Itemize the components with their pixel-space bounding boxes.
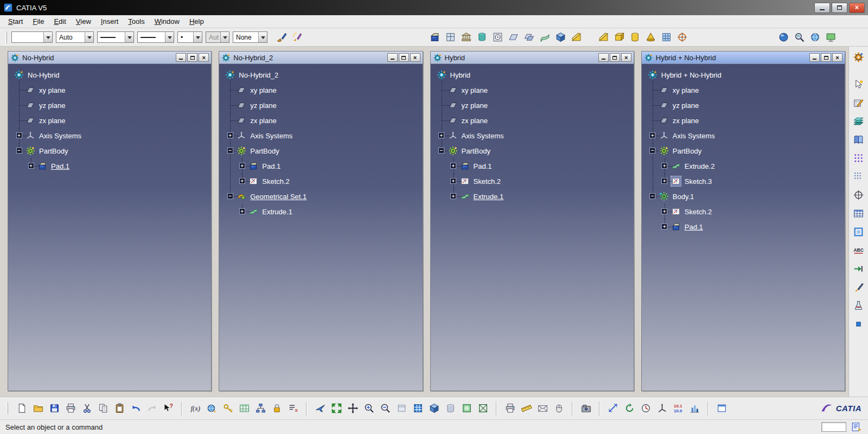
expand-toggle[interactable]: + — [239, 208, 245, 214]
tree-node-label[interactable]: zx plane — [250, 117, 276, 125]
tree-node-label[interactable]: Axis Systems — [673, 132, 715, 140]
dots-matrix-icon[interactable] — [852, 169, 866, 183]
volume-cone-icon[interactable] — [643, 30, 658, 44]
tree-node-label[interactable]: zx plane — [39, 117, 65, 125]
power-input-field[interactable] — [821, 422, 846, 432]
collapse-toggle[interactable]: − — [227, 148, 233, 154]
window-doc-icon[interactable] — [714, 401, 729, 416]
layer-combo-dropdown-arrow[interactable] — [258, 32, 267, 42]
toolbar-drag-handle[interactable] — [5, 31, 7, 43]
tree-node-label[interactable]: PartBody — [462, 147, 490, 155]
painter-screen-icon[interactable] — [824, 30, 838, 44]
document-maximize-button[interactable] — [399, 53, 409, 62]
tree-node-label[interactable]: yz plane — [462, 101, 488, 110]
document-close-button[interactable]: × — [621, 53, 631, 62]
document-maximize-button[interactable] — [610, 53, 620, 62]
expand-toggle[interactable]: + — [661, 178, 667, 184]
wedge-solid-icon[interactable] — [569, 30, 583, 44]
document-titlebar[interactable]: No-Hybrid × — [8, 52, 211, 64]
volume-box-icon[interactable] — [612, 30, 626, 44]
wireframe-view-icon[interactable] — [476, 401, 490, 416]
tree-node-label[interactable]: xy plane — [673, 86, 699, 94]
filter-combo-dropdown-arrow[interactable] — [43, 32, 52, 42]
linetype-auto-combo[interactable]: Auto — [56, 31, 94, 43]
tree-node-label[interactable]: No-Hybrid — [28, 71, 60, 79]
document-maximize-button[interactable] — [187, 53, 197, 62]
expand-toggle[interactable]: + — [227, 132, 233, 138]
spreadsheet-icon[interactable] — [237, 401, 251, 416]
measure-item-icon[interactable] — [606, 401, 620, 416]
document-close-button[interactable]: × — [832, 53, 843, 62]
tree-node-label[interactable]: Sketch.3 — [685, 177, 712, 186]
tree-node-label[interactable]: Pad.1 — [51, 162, 69, 170]
quick-print-icon[interactable] — [503, 401, 517, 416]
axis-system-icon[interactable] — [655, 401, 669, 416]
volume-wedge-icon[interactable] — [596, 30, 610, 44]
measure-ruler-icon[interactable] — [519, 401, 533, 416]
filter-combo[interactable] — [11, 31, 53, 43]
histogram-icon[interactable] — [687, 401, 701, 416]
tree-node-label[interactable]: Hybrid — [450, 71, 471, 79]
paste-clipboard-icon[interactable] — [112, 401, 126, 416]
painter-brush-icon[interactable] — [274, 30, 288, 44]
axis-target-icon[interactable] — [852, 188, 866, 202]
part-icon[interactable] — [225, 70, 235, 80]
design-globe-icon[interactable] — [205, 401, 219, 416]
camera-capture-icon[interactable] — [579, 401, 593, 416]
tree-node-label[interactable]: yz plane — [673, 101, 699, 110]
workbench-gear-icon[interactable] — [852, 50, 866, 64]
line-weight-combo[interactable] — [97, 31, 134, 43]
new-document-icon[interactable] — [15, 401, 29, 416]
tree-node-label[interactable]: Pad.1 — [685, 223, 703, 231]
print-icon[interactable] — [63, 401, 78, 416]
view-frame-icon[interactable] — [852, 225, 866, 239]
save-disk-icon[interactable] — [47, 401, 61, 416]
line-style-combo-dropdown-arrow[interactable] — [165, 32, 174, 42]
expand-toggle[interactable]: + — [438, 132, 444, 138]
document-minimize-button[interactable] — [598, 53, 609, 62]
equivalence-list-icon[interactable] — [286, 401, 300, 416]
viewport-3d[interactable]: Hybridxy planeyz planezx plane+Axis Syst… — [431, 64, 634, 391]
tree-node-label[interactable]: xy plane — [462, 86, 488, 94]
menu-edit[interactable]: Edit — [49, 16, 71, 27]
part-icon[interactable] — [437, 70, 446, 80]
surfaces-stack-icon[interactable] — [852, 114, 866, 128]
line-style-combo[interactable] — [137, 31, 174, 43]
tree-node-label[interactable]: No-Hybrid_2 — [239, 71, 278, 79]
shading-sphere-icon[interactable] — [776, 30, 790, 44]
structure-tree-icon[interactable] — [253, 401, 267, 416]
expand-toggle[interactable]: + — [16, 132, 22, 138]
tree-node-label[interactable]: Sketch.2 — [262, 177, 290, 186]
command-list-icon[interactable] — [851, 421, 863, 433]
open-folder-icon[interactable] — [31, 401, 45, 416]
tree-node-label[interactable]: Pad.1 — [262, 162, 280, 170]
app-titlebar[interactable]: CATIA V5 × — [0, 0, 868, 15]
mouse-device-icon[interactable] — [552, 401, 566, 416]
cylinder-view-icon[interactable] — [443, 401, 457, 416]
line-weight-combo-dropdown-arrow[interactable] — [125, 32, 133, 42]
collapse-toggle[interactable]: − — [227, 193, 233, 199]
tree-node-label[interactable]: Extrude.1 — [474, 193, 504, 201]
expand-toggle[interactable]: + — [649, 132, 655, 138]
tree-node-label[interactable]: zx plane — [462, 117, 488, 125]
tree-node-label[interactable]: xy plane — [250, 86, 276, 94]
tree-node-label[interactable]: Axis Systems — [39, 132, 81, 140]
annotation-abc-icon[interactable]: ABC — [852, 243, 866, 257]
tree-node-label[interactable]: zx plane — [673, 117, 699, 125]
menu-start[interactable]: Start — [3, 16, 28, 27]
grid-cube-icon[interactable] — [659, 30, 673, 44]
paint-tool-icon[interactable] — [852, 280, 866, 294]
hole-circle-icon[interactable] — [490, 30, 505, 44]
fit-all-icon[interactable] — [329, 401, 343, 416]
key-link-icon[interactable] — [221, 401, 235, 416]
part-icon[interactable] — [14, 70, 24, 80]
minimize-button[interactable] — [814, 3, 830, 13]
tree-node-label[interactable]: yz plane — [39, 101, 65, 110]
document-titlebar[interactable]: Hybrid + No-Hybrid × — [642, 52, 845, 64]
tree-node-label[interactable]: Geometrical Set.1 — [250, 193, 307, 201]
tree-node-label[interactable]: Sketch.2 — [685, 208, 712, 216]
window-feature-icon[interactable] — [443, 30, 457, 44]
tree-node-label[interactable]: Extrude.2 — [685, 162, 715, 170]
table-grid-icon[interactable] — [852, 206, 866, 220]
lock-padlock-icon[interactable] — [270, 401, 284, 416]
